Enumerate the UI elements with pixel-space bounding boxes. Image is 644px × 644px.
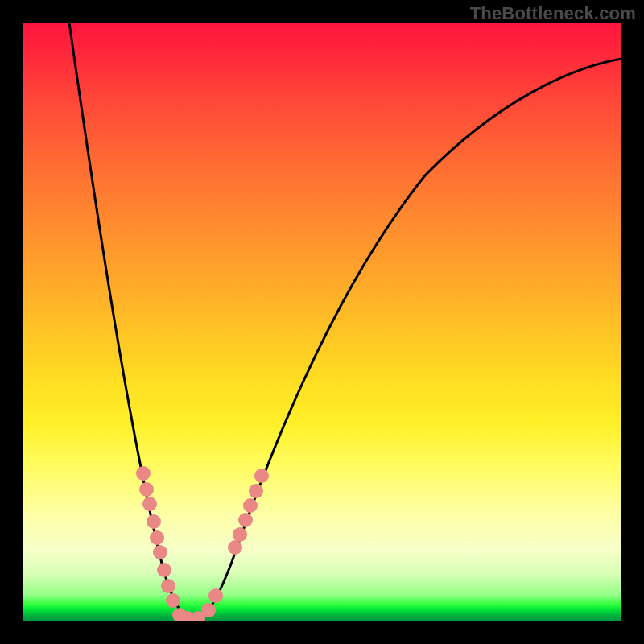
highlight-dot [139,482,154,497]
highlight-dot [233,527,247,542]
highlight-dot [249,484,263,498]
highlight-dot [157,563,171,577]
highlight-dot [161,579,175,593]
highlight-dot [150,530,164,545]
highlight-dots-group [136,466,269,621]
highlight-dot [147,514,161,529]
highlight-dot [166,593,180,608]
watermark-text: TheBottleneck.com [470,3,636,24]
highlight-dot [243,498,258,513]
highlight-dot [201,603,216,617]
highlight-dot [254,469,269,483]
highlight-dot [142,497,157,511]
highlight-dot [228,540,242,555]
highlight-dot [238,513,253,527]
chart-frame: TheBottleneck.com [0,0,644,644]
plot-area [23,23,621,621]
highlight-dot [136,466,151,481]
curve-layer [23,23,621,621]
highlight-dot [153,545,167,559]
highlight-dot [208,588,223,603]
bottleneck-curve [69,23,621,618]
